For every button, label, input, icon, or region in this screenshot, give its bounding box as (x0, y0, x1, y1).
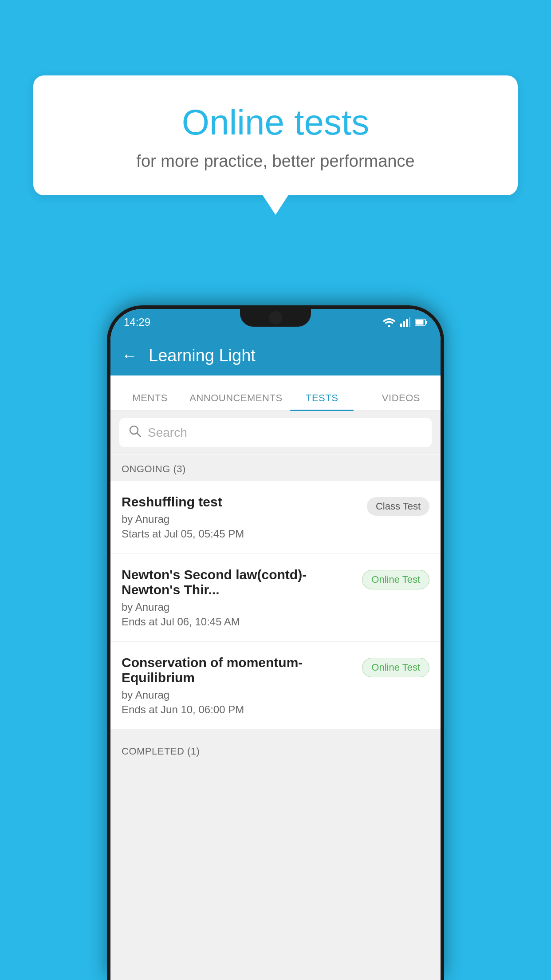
status-icons (383, 317, 427, 327)
content-area: ONGOING (3) Reshuffling test by Anurag S… (110, 455, 441, 980)
svg-rect-7 (426, 321, 427, 324)
test-time: Ends at Jul 06, 10:45 AM (122, 616, 355, 628)
tab-videos[interactable]: VIDEOS (362, 392, 441, 410)
test-info: Newton's Second law(contd)-Newton's Thir… (122, 567, 362, 628)
test-author: by Anurag (122, 513, 360, 526)
phone-frame: 14:29 (107, 305, 444, 980)
test-badge-online: Online Test (362, 658, 429, 677)
test-author: by Anurag (122, 689, 355, 701)
camera (269, 311, 282, 324)
test-title: Reshuffling test (122, 494, 360, 510)
svg-point-0 (388, 325, 390, 328)
phone-notch (240, 309, 311, 327)
test-info: Reshuffling test by Anurag Starts at Jul… (122, 494, 367, 540)
promo-card: Online tests for more practice, better p… (33, 75, 518, 195)
svg-rect-3 (406, 319, 408, 327)
promo-subtitle: for more practice, better performance (55, 152, 496, 171)
signal-icon (400, 317, 410, 327)
svg-line-9 (137, 433, 141, 437)
test-badge-online: Online Test (362, 570, 429, 589)
completed-section-header: COMPLETED (1) (110, 738, 441, 763)
svg-rect-1 (400, 324, 402, 327)
completed-section: COMPLETED (1) (110, 738, 441, 763)
test-time: Starts at Jul 05, 05:45 PM (122, 528, 360, 540)
app-bar: ← Learning Light (110, 336, 441, 375)
tests-list: Reshuffling test by Anurag Starts at Jul… (110, 481, 441, 730)
svg-rect-4 (409, 317, 410, 327)
back-button[interactable]: ← (122, 346, 138, 365)
test-info: Conservation of momentum-Equilibrium by … (122, 655, 362, 716)
wifi-icon (383, 317, 395, 327)
svg-rect-2 (403, 321, 405, 327)
ongoing-section-header: ONGOING (3) (110, 455, 441, 481)
phone-screen: 14:29 (110, 309, 441, 980)
tab-tests[interactable]: TESTS (283, 392, 362, 410)
svg-rect-6 (416, 320, 424, 325)
test-time: Ends at Jun 10, 06:00 PM (122, 703, 355, 716)
test-title: Newton's Second law(contd)-Newton's Thir… (122, 567, 355, 597)
test-title: Conservation of momentum-Equilibrium (122, 655, 355, 685)
promo-title: Online tests (55, 102, 496, 143)
tab-ments[interactable]: MENTS (110, 392, 189, 410)
test-item[interactable]: Conservation of momentum-Equilibrium by … (110, 642, 441, 730)
tab-bar: MENTS ANNOUNCEMENTS TESTS VIDEOS (110, 375, 441, 411)
test-item[interactable]: Reshuffling test by Anurag Starts at Jul… (110, 481, 441, 554)
battery-icon (415, 318, 427, 326)
test-badge-class: Class Test (367, 497, 429, 516)
search-container: Search (110, 411, 441, 454)
test-author: by Anurag (122, 601, 355, 613)
status-time: 14:29 (124, 316, 150, 328)
app-bar-title: Learning Light (149, 346, 256, 365)
search-placeholder: Search (148, 426, 187, 440)
search-input-wrapper[interactable]: Search (119, 418, 432, 447)
search-icon (128, 424, 142, 441)
test-item[interactable]: Newton's Second law(contd)-Newton's Thir… (110, 554, 441, 642)
tab-announcements[interactable]: ANNOUNCEMENTS (189, 392, 282, 410)
